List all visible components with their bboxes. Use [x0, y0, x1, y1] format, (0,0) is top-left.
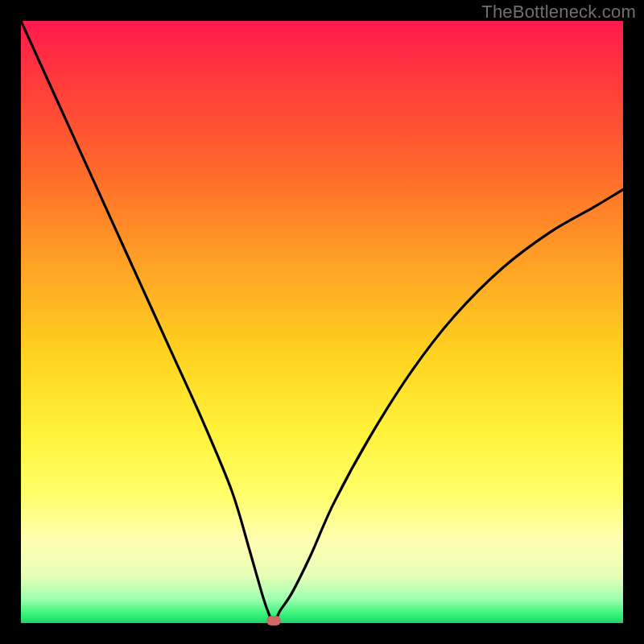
chart-frame: TheBottleneck.com [0, 0, 644, 644]
chart-plot-area [21, 21, 623, 623]
watermark-text: TheBottleneck.com [481, 2, 636, 23]
bottleneck-curve [21, 21, 623, 623]
minimum-point-marker [266, 616, 281, 625]
